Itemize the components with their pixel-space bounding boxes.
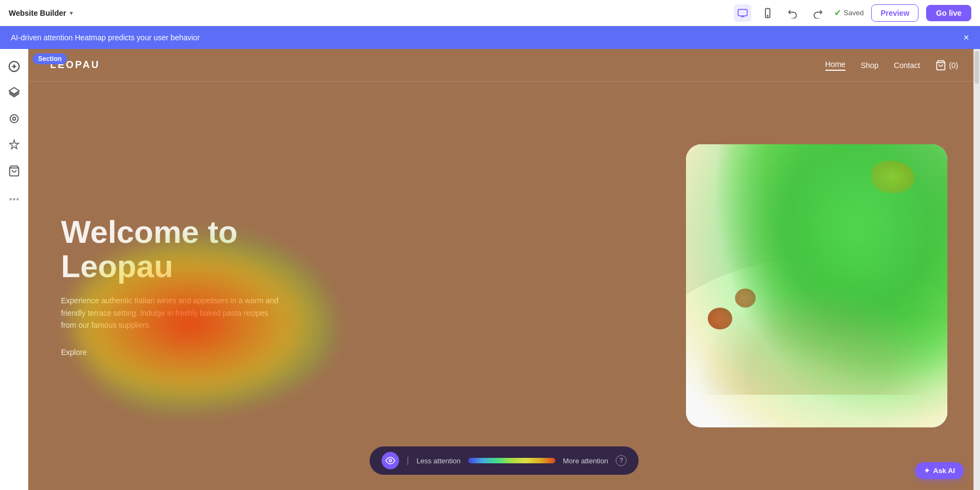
notif-close-button[interactable]: × [963, 32, 969, 44]
ask-ai-button[interactable]: ✦ Ask AI [915, 462, 964, 479]
sidebar-more-button[interactable] [3, 188, 25, 210]
hero-description: Experience authentic Italian wines and a… [61, 295, 279, 331]
legend-gradient-bar [468, 458, 555, 463]
hero-title: Welcome to Leopau [61, 215, 664, 284]
svg-point-14 [10, 199, 11, 200]
canvas-area: Section LEOPAU Home Shop Contact (0) [28, 49, 980, 490]
hero-content: Welcome to Leopau Experience authentic I… [28, 82, 980, 490]
svg-rect-0 [738, 9, 747, 16]
main-layout: Section LEOPAU Home Shop Contact (0) [0, 49, 980, 490]
cart-button[interactable]: (0) [935, 60, 958, 71]
pasta-area [697, 286, 936, 395]
svg-point-12 [17, 199, 19, 200]
ai-btn-label: Ask AI [933, 467, 955, 475]
section-label[interactable]: Section [33, 53, 67, 64]
topbar: Website Builder ▾ [0, 0, 980, 26]
svg-point-4 [767, 15, 768, 16]
site-nav: Home Shop Contact (0) [825, 60, 958, 71]
saved-check-icon: ✔ [834, 8, 841, 18]
saved-indicator: ✔ Saved [834, 8, 864, 18]
redo-button[interactable] [809, 4, 826, 22]
legend-divider: | [407, 456, 409, 465]
sidebar-layers-button[interactable] [3, 82, 25, 103]
legend-bar: | Less attention More attention ? [370, 446, 639, 475]
legend-help-button[interactable]: ? [616, 455, 627, 466]
scrollbar-thumb[interactable] [975, 51, 979, 84]
topbar-left: Website Builder ▾ [9, 9, 73, 17]
heatmap-toggle-button[interactable] [382, 452, 399, 469]
preview-button[interactable]: Preview [871, 4, 918, 22]
nav-home[interactable]: Home [825, 60, 846, 71]
nav-contact[interactable]: Contact [894, 61, 920, 70]
notification-bar: AI-driven attention Heatmap predicts you… [0, 26, 980, 49]
legend-less-label: Less attention [416, 457, 461, 465]
hero-text-block: Welcome to Leopau Experience authentic I… [61, 215, 686, 358]
sidebar-ai-button[interactable] [3, 134, 25, 156]
saved-label: Saved [844, 9, 864, 17]
svg-point-16 [389, 460, 392, 462]
mobile-view-button[interactable] [759, 4, 776, 22]
undo-button[interactable] [784, 4, 801, 22]
scrollbar[interactable] [973, 49, 980, 490]
desktop-view-button[interactable] [734, 4, 751, 22]
legend-more-label: More attention [563, 457, 608, 465]
svg-point-9 [10, 115, 18, 123]
golive-button[interactable]: Go live [926, 5, 971, 21]
site-header: LEOPAU Home Shop Contact (0) [28, 49, 980, 82]
explore-button[interactable]: Explore [61, 348, 87, 357]
topbar-right: ✔ Saved Preview Go live [734, 4, 972, 22]
brand-label: Website Builder [9, 9, 66, 17]
sidebar [0, 49, 28, 490]
sidebar-shop-button[interactable] [3, 160, 25, 182]
svg-point-10 [13, 117, 16, 120]
nav-shop[interactable]: Shop [861, 61, 879, 70]
svg-point-13 [13, 199, 15, 200]
brand-chevron[interactable]: ▾ [70, 9, 73, 17]
sidebar-shapes-button[interactable] [3, 108, 25, 130]
notif-message: AI-driven attention Heatmap predicts you… [11, 33, 200, 42]
ai-star-icon: ✦ [924, 467, 930, 475]
food-plate-bg [686, 144, 947, 427]
hero-image [686, 144, 947, 427]
cart-count: (0) [949, 61, 958, 70]
sidebar-add-button[interactable] [3, 56, 25, 77]
